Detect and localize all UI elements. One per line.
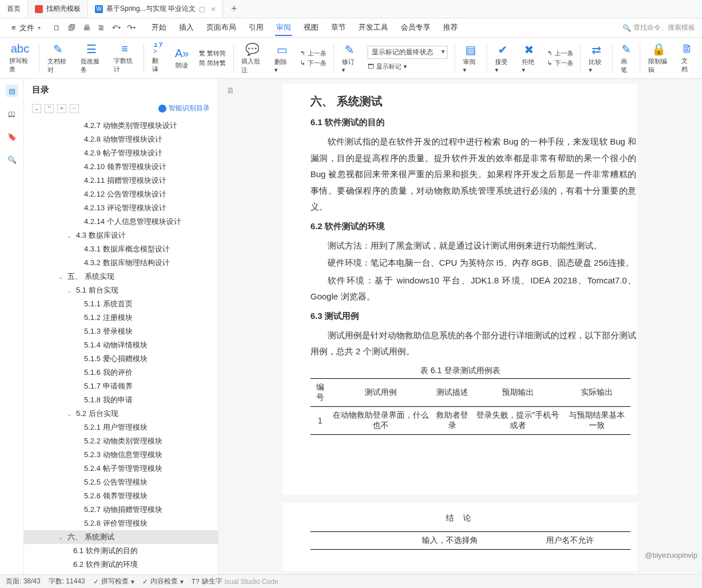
toc-item[interactable]: 5.2.3 动物信息管理模块 <box>24 448 218 462</box>
toc-item[interactable]: 4.2.10 领养管理模块设计 <box>24 160 218 174</box>
revise-button[interactable]: ✎修订 ▾ <box>337 38 362 78</box>
review-pane-button[interactable]: ▤审阅 ▾ <box>458 38 483 78</box>
translate-button[interactable]: ㍐翻译 <box>147 38 168 78</box>
next-change-button[interactable]: ↳ 下一条 <box>547 59 573 67</box>
batch-button[interactable]: ☰批改服务 <box>76 38 107 78</box>
toc-item[interactable]: 5.2.4 帖子管理管理模块 <box>24 462 218 475</box>
heading-6-2: 6.2 软件测试的环境 <box>310 221 636 232</box>
toc-item[interactable]: 5.2.1 用户管理模块 <box>24 421 218 434</box>
tab-document[interactable]: W基于Spring...与实现 毕业论文▢× <box>88 0 223 18</box>
expand-all-icon[interactable]: ⌃ <box>45 104 54 113</box>
toc-item[interactable]: 5.1.1 系统首页 <box>24 297 218 311</box>
print-icon[interactable]: 🖶 <box>82 23 92 33</box>
toc-item[interactable]: 4.3.2 数据库物理结构设计 <box>24 256 218 270</box>
show-markup-button[interactable]: 🗔 显示标记 ▾ <box>368 62 448 71</box>
saveas-icon[interactable]: 🗐 <box>67 23 77 33</box>
delete-comment-button[interactable]: ▭删除 ▾ <box>270 38 294 78</box>
toc-item[interactable]: 4.2.7 动物类别管理模块设计 <box>24 119 218 133</box>
menutab-9[interactable]: 推荐 <box>442 20 459 36</box>
spellcheck-status[interactable]: ✓ 拼写检查 ▾ <box>93 577 134 586</box>
toc-item[interactable]: 4.2.11 捐赠管理模块设计 <box>24 174 218 187</box>
toc-item[interactable]: 5.1.2 注册模块 <box>24 311 218 325</box>
menutab-2[interactable]: 页面布局 <box>205 20 237 36</box>
toc-item[interactable]: 5.1.7 申请领养 <box>24 379 218 393</box>
accept-button[interactable]: ✔接受 ▾ <box>490 38 515 78</box>
toc-item[interactable]: ⌄5.2 后台实现 <box>24 407 218 421</box>
toc-item[interactable]: 6.2 软件测试的环境 <box>24 558 218 571</box>
toc-item[interactable]: 5.2.7 动物捐赠管理模块 <box>24 503 218 517</box>
file-menu[interactable]: ≡文件▾ <box>7 23 45 33</box>
toc-item[interactable]: 5.1.8 我的申请 <box>24 393 218 407</box>
toc-item[interactable]: 4.2.12 公告管理模块设计 <box>24 187 218 201</box>
menutab-7[interactable]: 开发工具 <box>357 20 389 36</box>
insert-comment-button[interactable]: 💬插入批注 <box>237 38 268 78</box>
to-traditional-button[interactable]: 简 简转繁 <box>199 59 226 67</box>
preview-icon[interactable]: 🗎 <box>97 23 107 33</box>
prev-comment-button[interactable]: ↰ 上一条 <box>300 49 326 58</box>
tab-home[interactable]: 首页 <box>0 0 28 18</box>
tab-add[interactable]: + <box>223 0 245 18</box>
page-indicator-icon: 🗎 <box>226 86 234 95</box>
toc-item[interactable]: 5.1.4 动物详情模块 <box>24 338 218 352</box>
redo-icon[interactable]: ↷▾ <box>126 23 137 33</box>
toc-item[interactable]: ⌄五、 系统实现 <box>24 270 218 283</box>
toc-item[interactable]: ⌄5.1 前台实现 <box>24 283 218 297</box>
favorite-icon[interactable]: 🔖 <box>6 130 18 143</box>
brush-button[interactable]: ✎画笔 <box>616 38 636 78</box>
collapse-all-icon[interactable]: ⌄ <box>32 104 41 113</box>
toc-item[interactable]: 4.2.9 帖子管理模块设计 <box>24 146 218 160</box>
typo-status[interactable]: T? 缺生字isual Studio Code <box>192 577 278 586</box>
tab-template[interactable]: 找稻壳模板 <box>28 0 88 18</box>
wordcount-button[interactable]: ≡字数统计 <box>109 38 140 78</box>
document-viewport[interactable]: 🗎 六、 系统测试 6.1 软件测试的目的 软件测试指的是在软件开发的过程中进行… <box>218 79 702 575</box>
toc-item[interactable]: 5.2.6 领养管理模块 <box>24 489 218 503</box>
menutab-6[interactable]: 章节 <box>330 20 347 36</box>
spellcheck-button[interactable]: abc拼写检查 <box>5 38 35 78</box>
docfix-button[interactable]: 🗎文档 <box>677 38 697 78</box>
toc-item[interactable]: 4.3.1 数据库概念模型设计 <box>24 242 218 256</box>
remove-level-icon[interactable]: − <box>70 104 79 113</box>
compare-button[interactable]: ⇄比较 ▾ <box>584 38 609 78</box>
wordcount-status[interactable]: 字数: 11443 <box>49 577 85 586</box>
doccheck-button[interactable]: ✎文档校对 <box>43 38 74 78</box>
add-level-icon[interactable]: + <box>57 104 66 113</box>
smart-toc-button[interactable]: 智能识别目录 <box>158 103 210 113</box>
undo-icon[interactable]: ↶▾ <box>111 23 122 33</box>
toc-item[interactable]: 4.2.8 动物管理模块设计 <box>24 133 218 146</box>
menutab-8[interactable]: 会员专享 <box>400 20 432 36</box>
toc-item[interactable]: 5.2.2 动物类别管理模块 <box>24 434 218 448</box>
menutab-4[interactable]: 审阅 <box>275 20 292 36</box>
read-button[interactable]: A»朗读 <box>170 38 193 78</box>
toc-item[interactable]: 5.1.5 爱心捐赠模块 <box>24 352 218 366</box>
toc-item[interactable]: 4.2.13 评论管理模块设计 <box>24 201 218 215</box>
contentcheck-status[interactable]: ✓ 内容检查 ▾ <box>142 577 184 586</box>
menutab-0[interactable]: 开始 <box>150 20 167 36</box>
toc-icon[interactable]: ▤ <box>6 85 18 97</box>
toc-item[interactable]: 6.1 软件测试的目的 <box>24 544 218 558</box>
toc-item[interactable]: 5.1.3 登录模块 <box>24 325 218 338</box>
prev-change-button[interactable]: ↰ 上一条 <box>547 49 573 58</box>
convert-group: 繁 繁转简 简 简转繁 <box>196 49 229 67</box>
toc-item[interactable]: 5.2.8 评价管理模块 <box>24 517 218 530</box>
toc-item[interactable]: ⌄六、 系统测试 <box>24 530 218 544</box>
restrict-edit-button[interactable]: 🔒限制编辑 <box>644 38 675 78</box>
search-panel-icon[interactable]: 🔍 <box>6 153 18 166</box>
command-search[interactable]: 🔍查找命令、搜索模板 <box>623 23 695 33</box>
menutab-1[interactable]: 插入 <box>178 20 195 36</box>
to-simplified-button[interactable]: 繁 繁转简 <box>199 49 226 58</box>
reject-button[interactable]: ✖拒绝 ▾ <box>517 38 542 78</box>
save-icon[interactable]: 🗋 <box>52 23 62 33</box>
menutab-5[interactable]: 视图 <box>302 20 320 36</box>
markup-mode-dropdown[interactable]: 显示标记的最终状态 <box>368 46 448 59</box>
menutab-3[interactable]: 引用 <box>248 20 265 36</box>
next-comment-button[interactable]: ↳ 下一条 <box>300 59 326 67</box>
toc-item[interactable]: ⌄4.3 数据库设计 <box>24 229 218 242</box>
toc-item[interactable]: 5.2.5 公告管理模块 <box>24 475 218 489</box>
toc-item[interactable]: 5.1.6 我的评价 <box>24 366 218 379</box>
bookmark-icon[interactable]: 🕮 <box>6 107 18 120</box>
toc-item[interactable]: 4.2.14 个人信息管理模块设计 <box>24 215 218 229</box>
docshell-icon <box>35 5 43 13</box>
page-status[interactable]: 页面: 38/43 <box>6 577 41 586</box>
paragraph: 软件测试指的是在软件开发的过程中进行检索 Bug 的一种手段，来发现软 Bug … <box>310 134 636 215</box>
close-icon[interactable]: × <box>211 5 216 14</box>
